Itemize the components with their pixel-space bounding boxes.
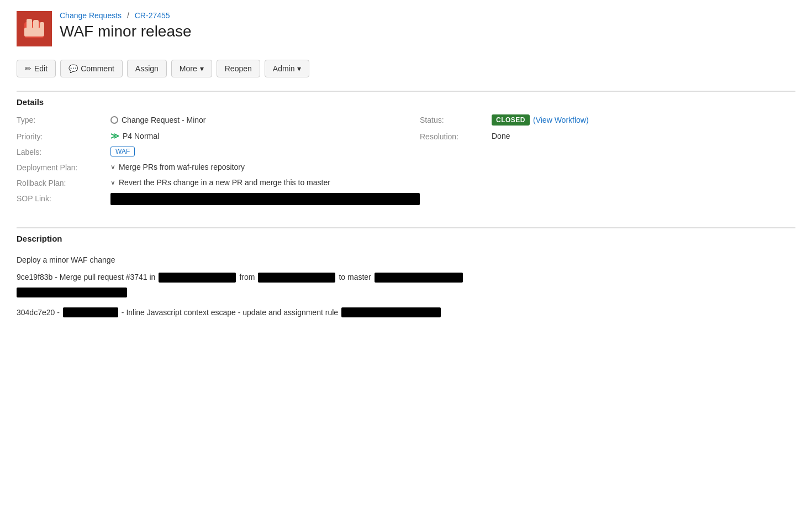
edit-icon: ✏: [25, 64, 31, 73]
reopen-button[interactable]: Reopen: [217, 60, 260, 77]
desc-line2-to: to master: [339, 270, 371, 284]
assign-button[interactable]: Assign: [127, 60, 167, 77]
details-section-title: Details: [17, 92, 795, 112]
status-value: CLOSED (View Workflow): [492, 114, 795, 126]
project-avatar: [17, 11, 52, 46]
admin-dropdown-icon: ▾: [297, 64, 301, 73]
priority-value: ≫ P4 Normal: [110, 131, 414, 141]
breadcrumb-issue-link[interactable]: CR-27455: [135, 11, 170, 20]
deployment-plan-value: ∨ Merge PRs from waf-rules repository: [110, 162, 795, 172]
description-line-2: 9ce19f83b - Merge pull request #3741 in …: [17, 270, 795, 284]
desc-line2-prefix: 9ce19f83b - Merge pull request #3741 in: [17, 270, 155, 284]
description-section-title: Description: [17, 228, 795, 249]
admin-button[interactable]: Admin ▾: [265, 60, 310, 77]
labels-label: Labels:: [17, 147, 105, 156]
page-header: Change Requests / CR-27455 WAF minor rel…: [17, 11, 795, 46]
desc-line2-from: from: [239, 270, 255, 284]
description-line-2b: [17, 288, 795, 302]
view-workflow-link[interactable]: (View Workflow): [533, 116, 589, 124]
breadcrumb-separator: /: [127, 11, 129, 20]
label-waf[interactable]: WAF: [110, 147, 135, 156]
edit-button[interactable]: ✏ Edit: [17, 60, 56, 77]
assign-label: Assign: [135, 64, 159, 73]
description-line-3: 304dc7e20 - - Inline Javascript context …: [17, 306, 795, 320]
more-button[interactable]: More ▾: [171, 60, 212, 77]
reopen-label: Reopen: [225, 64, 252, 73]
redacted-block-5: [63, 307, 118, 317]
type-icon: [110, 116, 118, 124]
desc-line3-suffix: - Inline Javascript context escape - upd…: [122, 306, 338, 320]
status-label: Status:: [420, 114, 486, 126]
type-label: Type:: [17, 114, 105, 126]
sop-link-value: [110, 193, 795, 205]
description-content: Deploy a minor WAF change 9ce19f83b - Me…: [17, 249, 795, 327]
description-line-1: Deploy a minor WAF change: [17, 253, 795, 267]
sop-link-redacted: [110, 193, 420, 205]
deployment-collapse-icon[interactable]: ∨: [110, 163, 115, 171]
comment-button[interactable]: 💬 Comment: [60, 60, 123, 77]
rollback-plan-label: Rollback Plan:: [17, 177, 105, 187]
redacted-block-6: [341, 307, 441, 317]
toolbar: ✏ Edit 💬 Comment Assign More ▾ Reopen Ad…: [17, 60, 795, 77]
comment-icon: 💬: [68, 64, 78, 73]
svg-rect-2: [27, 19, 32, 29]
desc-line3-prefix: 304dc7e20 -: [17, 306, 60, 320]
svg-rect-6: [24, 28, 44, 36]
more-label: More: [180, 64, 197, 73]
details-grid: Type: Change Request - Minor Status: CLO…: [17, 112, 795, 212]
closed-badge: CLOSED: [492, 114, 530, 126]
edit-label: Edit: [34, 64, 48, 73]
resolution-label: Resolution:: [420, 131, 486, 141]
admin-label: Admin: [273, 64, 295, 73]
page-title: WAF minor release: [60, 22, 192, 41]
resolution-value: Done: [492, 131, 795, 141]
breadcrumb: Change Requests / CR-27455: [60, 11, 192, 20]
rollback-plan-value: ∨ Revert the PRs change in a new PR and …: [110, 177, 795, 187]
header-text: Change Requests / CR-27455 WAF minor rel…: [60, 11, 192, 41]
type-value: Change Request - Minor: [110, 114, 414, 126]
priority-icon: ≫: [110, 131, 119, 141]
deployment-plan-label: Deployment Plan:: [17, 162, 105, 172]
rollback-collapse-icon[interactable]: ∨: [110, 179, 115, 186]
comment-label: Comment: [81, 64, 114, 73]
more-dropdown-icon: ▾: [200, 64, 204, 73]
redacted-block-2: [258, 273, 335, 283]
sop-link-label: SOP Link:: [17, 193, 105, 205]
redacted-block-3: [375, 273, 463, 283]
details-section: Details Type: Change Request - Minor Sta…: [17, 91, 795, 212]
svg-rect-3: [33, 20, 39, 29]
description-section: Description Deploy a minor WAF change 9c…: [17, 227, 795, 327]
redacted-block-4: [17, 288, 127, 297]
labels-value: WAF: [110, 147, 414, 156]
breadcrumb-project-link[interactable]: Change Requests: [60, 11, 122, 20]
priority-label: Priority:: [17, 131, 105, 141]
redacted-block-1: [159, 273, 236, 283]
